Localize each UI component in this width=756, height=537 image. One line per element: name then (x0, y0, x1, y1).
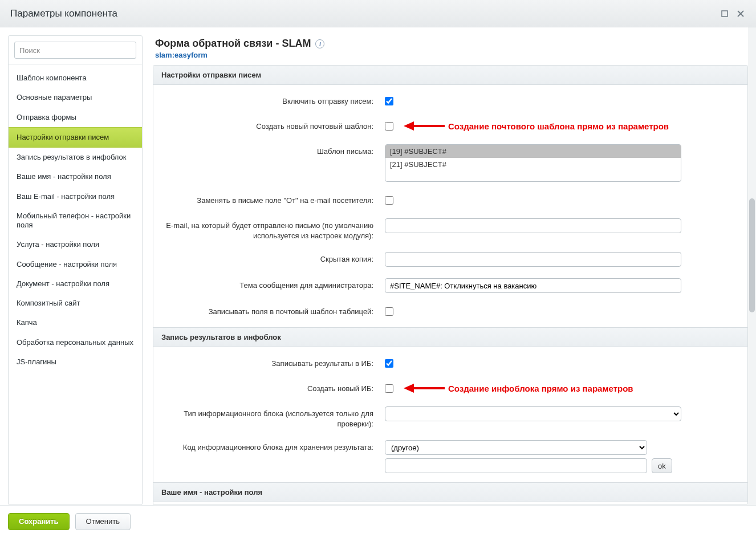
ib-type-select[interactable] (385, 406, 681, 421)
sidebar-nav: Шаблон компонентаОсновные параметрыОтпра… (9, 68, 142, 372)
sidebar-item[interactable]: Мобильный телефон - настройки поля (9, 206, 142, 235)
info-icon[interactable]: i (315, 39, 324, 48)
create-mail-tpl-label: Создать новый почтовый шаблон: (161, 119, 373, 132)
sidebar-item[interactable]: Шаблон компонента (9, 68, 142, 88)
component-code: slam:easyform (155, 51, 746, 59)
component-title: Форма обратной связи - SLAM (155, 38, 311, 50)
sidebar-item[interactable]: Ваше имя - настройки поля (9, 167, 142, 186)
arrow-left-icon (404, 121, 445, 131)
window-controls (720, 9, 746, 19)
sidebar-item[interactable]: Настройки отправки писем (9, 127, 142, 148)
sidebar-item[interactable]: Композитный сайт (9, 294, 142, 313)
svg-rect-0 (722, 11, 727, 17)
search-input[interactable] (14, 42, 136, 59)
titlebar: Параметры компонента (0, 0, 756, 27)
ib-code-label: Код информационного блока для хранения р… (161, 440, 373, 453)
section-mail-header: Настройки отправки писем (153, 66, 747, 85)
create-mail-tpl-checkbox[interactable] (385, 122, 393, 131)
sidebar-item[interactable]: Документ - настройки поля (9, 274, 142, 294)
write-ib-checkbox[interactable] (385, 359, 393, 368)
table-fields-checkbox[interactable] (385, 307, 393, 316)
sidebar-item[interactable]: Основные параметры (9, 88, 142, 107)
section-name-field-header: Ваше имя - настройки поля (153, 482, 747, 502)
subject-input[interactable] (385, 278, 681, 293)
sidebar-item[interactable]: Ваш E-mail - настройки поля (9, 187, 142, 206)
arrow-left-icon (404, 383, 445, 393)
scrollbar-thumb[interactable] (749, 198, 755, 312)
create-ib-checkbox[interactable] (385, 384, 393, 393)
sidebar-item[interactable]: Капча (9, 313, 142, 332)
section-iblock-header: Запись результатов в инфоблок (153, 327, 747, 347)
main-panel: Форма обратной связи - SLAM i slam:easyf… (153, 35, 748, 505)
email-to-label: E-mail, на который будет отправлено пись… (161, 218, 373, 241)
sidebar-item[interactable]: Сообщение - настройки поля (9, 255, 142, 274)
settings-content[interactable]: Настройки отправки писем Включить отправ… (153, 65, 748, 505)
ib-code-select[interactable]: (другое) (385, 440, 647, 455)
dialog-body: Шаблон компонентаОсновные параметрыОтпра… (0, 27, 756, 505)
sidebar-item[interactable]: Услуга - настройки поля (9, 235, 142, 254)
table-fields-label: Записывать поля в почтовый шаблон таблиц… (161, 304, 373, 317)
mail-template-label: Шаблон письма: (161, 144, 373, 157)
save-button[interactable]: Сохранить (8, 513, 70, 530)
mail-template-listbox[interactable]: [19] #SUBJECT#[21] #SUBJECT# (385, 144, 681, 182)
mail-template-option[interactable]: [21] #SUBJECT# (385, 158, 681, 171)
create-ib-label: Создать новый ИБ: (161, 381, 373, 394)
sidebar: Шаблон компонентаОсновные параметрыОтпра… (8, 35, 143, 505)
window-title: Параметры компонента (10, 8, 117, 19)
dialog-footer: Сохранить Отменить (0, 505, 756, 537)
ib-code-input[interactable] (385, 458, 647, 473)
search-wrap (9, 42, 142, 65)
bcc-input[interactable] (385, 252, 681, 267)
sidebar-item[interactable]: Запись результатов в инфоблок (9, 148, 142, 167)
mail-tpl-annotation: Создание почтового шаблона прямо из пара… (404, 121, 669, 131)
dialog-window: Параметры компонента Шаблон компонентаОс… (0, 0, 756, 537)
write-ib-label: Записывать результаты в ИБ: (161, 356, 373, 369)
ib-code-ok-button[interactable]: ok (652, 458, 672, 473)
sidebar-item[interactable]: Обработка персональных данных (9, 333, 142, 352)
maximize-icon[interactable] (720, 9, 730, 19)
sidebar-item[interactable]: Отправка формы (9, 108, 142, 127)
sidebar-item[interactable]: JS-плагины (9, 352, 142, 372)
replace-from-checkbox[interactable] (385, 196, 393, 205)
close-icon[interactable] (735, 9, 746, 19)
cancel-button[interactable]: Отменить (75, 513, 131, 530)
ib-type-label: Тип информационного блока (используется … (161, 406, 373, 429)
component-header: Форма обратной связи - SLAM i slam:easyf… (153, 35, 748, 65)
replace-from-label: Заменять в письме поле "От" на e-mail по… (161, 193, 373, 206)
bcc-label: Скрытая копия: (161, 252, 373, 265)
mail-template-option[interactable]: [19] #SUBJECT# (385, 145, 681, 158)
outer-scrollbar[interactable] (748, 27, 756, 505)
subject-label: Тема сообщения для администратора: (161, 278, 373, 291)
email-to-input[interactable] (385, 218, 681, 233)
ib-annotation: Создание инфоблока прямо из параметров (404, 383, 633, 393)
enable-mail-label: Включить отправку писем: (161, 94, 373, 107)
enable-mail-checkbox[interactable] (385, 97, 393, 105)
